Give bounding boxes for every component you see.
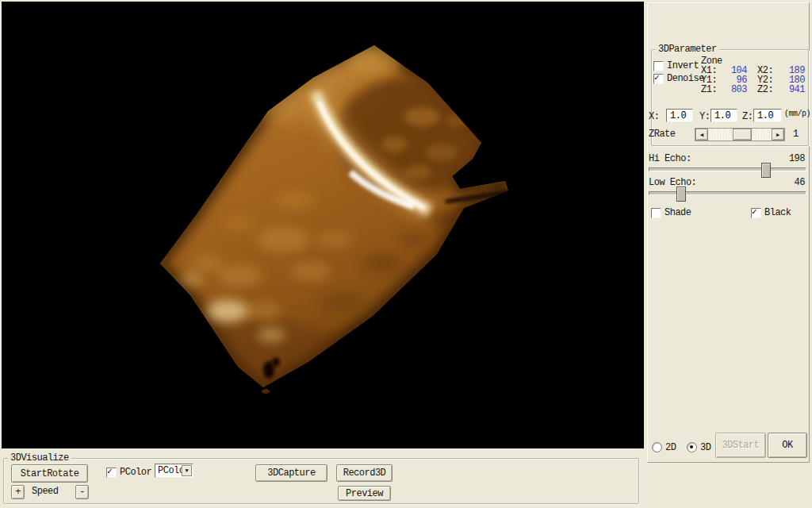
volume-render <box>2 2 644 448</box>
zrate-scroll-right-button[interactable]: ▶ <box>772 129 784 140</box>
shade-checkbox[interactable] <box>651 208 661 218</box>
speed-plus-button[interactable]: + <box>11 485 25 499</box>
speed-minus-button[interactable]: - <box>75 485 89 499</box>
mode-3d-label: 3D <box>700 443 710 452</box>
check-icon: ✓ <box>654 72 660 83</box>
mode-3d-radio[interactable] <box>687 442 697 452</box>
z-scale-input[interactable] <box>753 109 782 122</box>
visualize-group-title: 3DVisualize <box>8 453 71 463</box>
low-echo-slider-track[interactable] <box>649 191 806 195</box>
radio-dot <box>690 445 693 448</box>
zrate-scroll-thumb[interactable] <box>733 129 752 140</box>
z-scale-label: Z: <box>742 112 753 121</box>
check-icon: ✓ <box>107 466 113 476</box>
zone-z2-label: Z2: <box>757 85 773 94</box>
mode-2d-radio[interactable] <box>652 442 662 452</box>
denoise-label: Denoise <box>667 74 704 83</box>
hi-echo-value: 198 <box>773 154 805 164</box>
zrate-scroll-left-button[interactable]: ◀ <box>695 129 708 140</box>
shade-label: Shade <box>665 208 691 217</box>
record-3d-button[interactable]: Record3D <box>336 464 393 482</box>
capture-3d-button[interactable]: 3DCapture <box>255 464 327 482</box>
zrate-value: 1 <box>793 129 799 139</box>
ultrasound-3d-app: { "icons": { "check": "✓", "dropdown_arr… <box>0 0 812 508</box>
zone-z2-value: 941 <box>779 85 805 94</box>
scroll-left-icon: ◀ <box>700 132 703 138</box>
speed-label: Speed <box>32 487 59 496</box>
render-viewport[interactable] <box>2 2 644 448</box>
black-checkbox[interactable]: ✓ <box>751 208 761 218</box>
hi-echo-slider-thumb[interactable] <box>761 163 771 178</box>
chevron-down-icon: ▼ <box>185 468 188 474</box>
x-scale-label: X: <box>649 112 659 121</box>
start-3d-button[interactable]: 3DStart <box>715 433 766 458</box>
hi-echo-label: Hi Echo: <box>649 154 691 164</box>
mode-2d-label: 2D <box>665 443 676 452</box>
zone-z1-label: Z1: <box>701 85 717 94</box>
check-icon: ✓ <box>752 206 757 217</box>
denoise-checkbox[interactable]: ✓ <box>653 74 664 84</box>
pcolor-checkbox[interactable]: ✓ <box>106 468 117 478</box>
y-scale-label: Y: <box>699 112 710 121</box>
pcolor-dropdown-button[interactable]: ▼ <box>182 465 192 476</box>
hi-echo-slider-track[interactable] <box>649 167 806 171</box>
low-echo-slider-thumb[interactable] <box>676 187 686 202</box>
invert-checkbox[interactable] <box>653 61 664 71</box>
black-label: Black <box>764 208 791 217</box>
x-scale-input[interactable] <box>666 109 693 122</box>
low-echo-value: 46 <box>773 178 805 187</box>
scroll-right-icon: ▶ <box>776 132 779 138</box>
scale-unit-label: (mm/p) <box>784 110 810 119</box>
start-rotate-button[interactable]: StartRotate <box>11 464 88 483</box>
zrate-label: ZRate <box>649 129 676 139</box>
preview-button[interactable]: Preview <box>338 486 391 501</box>
zrate-scrollbar[interactable]: ◀ ▶ <box>695 128 785 141</box>
invert-label: Invert <box>667 61 699 71</box>
parameter-group-title: 3DParameter <box>656 44 719 54</box>
pcolor-checkbox-label: PColor <box>120 468 151 477</box>
y-scale-input[interactable] <box>710 109 737 122</box>
ok-button[interactable]: OK <box>768 433 807 458</box>
zone-z1-value: 803 <box>722 85 747 94</box>
pcolor-dropdown[interactable]: PColor ▼ <box>155 464 193 478</box>
low-echo-label: Low Echo: <box>649 178 696 187</box>
